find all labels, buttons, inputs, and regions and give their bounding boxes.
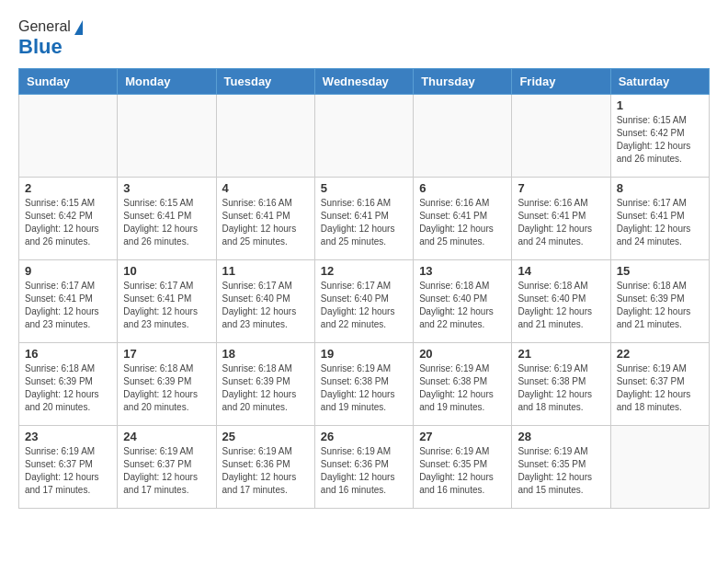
calendar-day-cell: 6Sunrise: 6:16 AM Sunset: 6:41 PM Daylig… [414, 178, 512, 260]
day-number: 24 [123, 430, 210, 443]
day-info: Sunrise: 6:16 AM Sunset: 6:41 PM Dayligh… [222, 197, 309, 248]
day-number: 27 [419, 430, 506, 443]
day-of-week-header: Thursday [414, 69, 512, 95]
calendar-week-row: 9Sunrise: 6:17 AM Sunset: 6:41 PM Daylig… [19, 260, 710, 343]
calendar-day-cell: 28Sunrise: 6:19 AM Sunset: 6:35 PM Dayli… [512, 426, 610, 509]
calendar-day-cell: 23Sunrise: 6:19 AM Sunset: 6:37 PM Dayli… [19, 426, 118, 509]
calendar-day-cell: 20Sunrise: 6:19 AM Sunset: 6:38 PM Dayli… [414, 343, 512, 426]
day-info: Sunrise: 6:19 AM Sunset: 6:38 PM Dayligh… [321, 362, 407, 414]
day-of-week-header: Sunday [19, 69, 118, 95]
day-number: 1 [617, 98, 703, 112]
day-number: 21 [518, 347, 604, 361]
calendar-day-cell: 26Sunrise: 6:19 AM Sunset: 6:36 PM Dayli… [314, 426, 413, 509]
calendar-day-cell [118, 95, 216, 178]
day-info: Sunrise: 6:17 AM Sunset: 6:41 PM Dayligh… [123, 280, 210, 331]
calendar-day-cell: 12Sunrise: 6:17 AM Sunset: 6:40 PM Dayli… [314, 260, 413, 343]
day-info: Sunrise: 6:16 AM Sunset: 6:41 PM Dayligh… [419, 197, 506, 248]
page-header: General Blue [18, 18, 710, 59]
day-number: 5 [321, 181, 407, 195]
calendar-day-cell: 16Sunrise: 6:18 AM Sunset: 6:39 PM Dayli… [19, 343, 118, 426]
day-info: Sunrise: 6:18 AM Sunset: 6:39 PM Dayligh… [25, 362, 111, 414]
calendar-day-cell: 25Sunrise: 6:19 AM Sunset: 6:36 PM Dayli… [216, 426, 314, 509]
calendar-day-cell: 21Sunrise: 6:19 AM Sunset: 6:38 PM Dayli… [512, 343, 610, 426]
day-number: 6 [419, 181, 506, 195]
day-info: Sunrise: 6:18 AM Sunset: 6:39 PM Dayligh… [617, 280, 703, 331]
day-info: Sunrise: 6:16 AM Sunset: 6:41 PM Dayligh… [518, 197, 604, 248]
day-number: 15 [617, 264, 703, 278]
calendar-day-cell: 22Sunrise: 6:19 AM Sunset: 6:37 PM Dayli… [610, 343, 709, 426]
calendar-day-cell [512, 95, 610, 178]
calendar-day-cell: 10Sunrise: 6:17 AM Sunset: 6:41 PM Dayli… [118, 260, 216, 343]
day-info: Sunrise: 6:18 AM Sunset: 6:39 PM Dayligh… [222, 362, 309, 414]
calendar-day-cell [314, 95, 413, 178]
calendar-day-cell [414, 95, 512, 178]
day-info: Sunrise: 6:19 AM Sunset: 6:35 PM Dayligh… [419, 445, 506, 497]
day-number: 10 [123, 264, 210, 278]
day-number: 12 [321, 264, 407, 278]
day-info: Sunrise: 6:17 AM Sunset: 6:41 PM Dayligh… [25, 280, 111, 331]
day-number: 7 [518, 181, 604, 195]
day-info: Sunrise: 6:19 AM Sunset: 6:36 PM Dayligh… [321, 445, 407, 497]
calendar-day-cell: 13Sunrise: 6:18 AM Sunset: 6:40 PM Dayli… [414, 260, 512, 343]
calendar-day-cell: 27Sunrise: 6:19 AM Sunset: 6:35 PM Dayli… [414, 426, 512, 509]
day-number: 20 [419, 347, 506, 361]
day-info: Sunrise: 6:17 AM Sunset: 6:40 PM Dayligh… [222, 280, 309, 331]
calendar-day-cell: 14Sunrise: 6:18 AM Sunset: 6:40 PM Dayli… [512, 260, 610, 343]
day-of-week-header: Friday [512, 69, 610, 95]
calendar-day-cell [610, 426, 709, 509]
calendar-day-cell [19, 95, 118, 178]
logo-blue-text: Blue [18, 35, 83, 59]
calendar-day-cell: 8Sunrise: 6:17 AM Sunset: 6:41 PM Daylig… [610, 178, 709, 260]
calendar-week-row: 16Sunrise: 6:18 AM Sunset: 6:39 PM Dayli… [19, 343, 710, 426]
day-number: 16 [25, 347, 111, 361]
day-info: Sunrise: 6:15 AM Sunset: 6:42 PM Dayligh… [617, 114, 703, 166]
calendar-day-cell: 5Sunrise: 6:16 AM Sunset: 6:41 PM Daylig… [314, 178, 413, 260]
calendar-day-cell: 18Sunrise: 6:18 AM Sunset: 6:39 PM Dayli… [216, 343, 314, 426]
day-info: Sunrise: 6:16 AM Sunset: 6:41 PM Dayligh… [321, 197, 407, 248]
calendar-week-row: 1Sunrise: 6:15 AM Sunset: 6:42 PM Daylig… [19, 95, 710, 178]
day-info: Sunrise: 6:19 AM Sunset: 6:38 PM Dayligh… [419, 362, 506, 414]
day-info: Sunrise: 6:17 AM Sunset: 6:41 PM Dayligh… [617, 197, 703, 248]
calendar-day-cell: 2Sunrise: 6:15 AM Sunset: 6:42 PM Daylig… [19, 178, 118, 260]
calendar-day-cell: 3Sunrise: 6:15 AM Sunset: 6:41 PM Daylig… [118, 178, 216, 260]
day-number: 26 [321, 430, 407, 443]
day-info: Sunrise: 6:19 AM Sunset: 6:37 PM Dayligh… [617, 362, 703, 414]
logo-general-text: General [18, 18, 71, 35]
calendar-day-cell: 19Sunrise: 6:19 AM Sunset: 6:38 PM Dayli… [314, 343, 413, 426]
day-number: 23 [25, 430, 111, 443]
logo: General Blue [18, 18, 83, 59]
calendar-day-cell: 17Sunrise: 6:18 AM Sunset: 6:39 PM Dayli… [118, 343, 216, 426]
day-number: 4 [222, 181, 309, 195]
day-number: 25 [222, 430, 309, 443]
day-number: 14 [518, 264, 604, 278]
calendar-day-cell: 7Sunrise: 6:16 AM Sunset: 6:41 PM Daylig… [512, 178, 610, 260]
day-info: Sunrise: 6:15 AM Sunset: 6:42 PM Dayligh… [25, 197, 111, 248]
day-info: Sunrise: 6:18 AM Sunset: 6:40 PM Dayligh… [419, 280, 506, 331]
day-of-week-header: Monday [118, 69, 216, 95]
day-info: Sunrise: 6:19 AM Sunset: 6:37 PM Dayligh… [123, 445, 210, 497]
day-info: Sunrise: 6:19 AM Sunset: 6:37 PM Dayligh… [25, 445, 111, 497]
calendar-day-cell: 24Sunrise: 6:19 AM Sunset: 6:37 PM Dayli… [118, 426, 216, 509]
day-of-week-header: Saturday [610, 69, 709, 95]
calendar-day-cell: 15Sunrise: 6:18 AM Sunset: 6:39 PM Dayli… [610, 260, 709, 343]
day-of-week-header: Wednesday [314, 69, 413, 95]
day-info: Sunrise: 6:19 AM Sunset: 6:38 PM Dayligh… [518, 362, 604, 414]
calendar-day-cell: 9Sunrise: 6:17 AM Sunset: 6:41 PM Daylig… [19, 260, 118, 343]
day-info: Sunrise: 6:19 AM Sunset: 6:36 PM Dayligh… [222, 445, 309, 497]
calendar-day-cell: 4Sunrise: 6:16 AM Sunset: 6:41 PM Daylig… [216, 178, 314, 260]
day-info: Sunrise: 6:17 AM Sunset: 6:40 PM Dayligh… [321, 280, 407, 331]
day-number: 18 [222, 347, 309, 361]
day-number: 19 [321, 347, 407, 361]
calendar-week-row: 23Sunrise: 6:19 AM Sunset: 6:37 PM Dayli… [19, 426, 710, 509]
day-number: 13 [419, 264, 506, 278]
day-number: 3 [123, 181, 210, 195]
day-info: Sunrise: 6:15 AM Sunset: 6:41 PM Dayligh… [123, 197, 210, 248]
day-number: 8 [617, 181, 703, 195]
calendar-table: SundayMondayTuesdayWednesdayThursdayFrid… [18, 68, 710, 509]
calendar-day-cell [216, 95, 314, 178]
day-number: 9 [25, 264, 111, 278]
day-number: 22 [617, 347, 703, 361]
day-of-week-header: Tuesday [216, 69, 314, 95]
day-info: Sunrise: 6:18 AM Sunset: 6:39 PM Dayligh… [123, 362, 210, 414]
calendar-day-cell: 11Sunrise: 6:17 AM Sunset: 6:40 PM Dayli… [216, 260, 314, 343]
